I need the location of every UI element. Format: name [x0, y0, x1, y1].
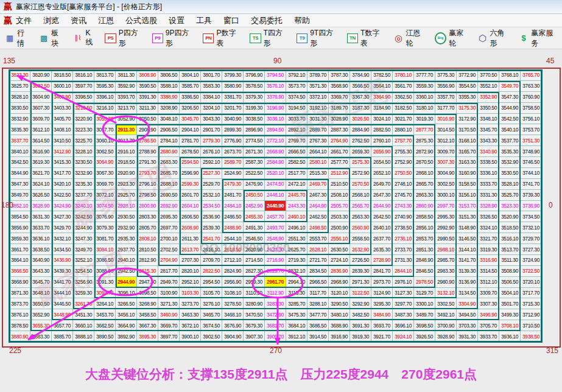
grid-cell: 3924.10 — [393, 331, 414, 342]
grid-cell: 2870.50 — [414, 157, 435, 168]
grid-cell: 3134.50 — [457, 288, 478, 299]
grid-cell: 3600.10 — [52, 81, 73, 92]
grid-cell: 2884.90 — [350, 124, 371, 135]
grid-cell: 3621.70 — [30, 168, 52, 179]
grid-cell: 3523.30 — [499, 201, 521, 212]
grid-cell: 3360.10 — [414, 92, 435, 103]
menu-item-help[interactable]: 帮助 — [294, 15, 310, 26]
grid-cell: 3052.90 — [116, 114, 137, 125]
menu-item-file[interactable]: 文件 — [16, 15, 32, 26]
grid-cell: 3396.10 — [94, 92, 116, 103]
t-table-icon: TN — [347, 33, 358, 43]
toolbar-t-square-button[interactable]: TS T四方形 — [250, 28, 289, 49]
grid-cell: 3458.50 — [137, 309, 158, 320]
grid-cell: 3528.10 — [499, 179, 521, 190]
menu-item-settings[interactable]: 设置 — [169, 15, 184, 26]
menu-item-gann[interactable]: 江恩 — [98, 15, 114, 26]
grid-cell: 2923.30 — [116, 179, 137, 190]
grid-cell: 2721.70 — [307, 255, 329, 266]
grid-cell: 3412.90 — [52, 146, 73, 157]
grid-cell: 2503.30 — [329, 211, 350, 222]
grid-cell: 2716.90 — [265, 255, 286, 266]
grid-cell: 2992.90 — [435, 222, 457, 233]
grid-cell: 3576.10 — [265, 81, 286, 92]
grid-cell: 3108.10 — [222, 288, 244, 299]
grid-cell: 2596.90 — [180, 168, 201, 179]
grid-cell: 3403.30 — [52, 103, 73, 114]
grid-cell: 2740.90 — [393, 211, 414, 222]
grid-cell: 3012.10 — [435, 135, 457, 146]
grid-cell: 2515.30 — [307, 168, 329, 179]
grid-cell: 3926.50 — [414, 331, 435, 342]
grid-cell: 2512.90 — [329, 168, 350, 179]
grid-cell: 3057.70 — [94, 124, 116, 135]
menu-item-browse[interactable]: 浏览 — [43, 15, 59, 26]
grid-cell: 3907.30 — [244, 331, 265, 342]
grid-cell: 3916.90 — [329, 331, 350, 342]
grid-cell: 2856.10 — [414, 222, 435, 233]
grid-cell: 3074.50 — [94, 201, 116, 212]
grid-cell: 3583.30 — [201, 81, 222, 92]
menu-item-trading[interactable]: 交易委托 — [251, 15, 283, 26]
grid-cell: 2798.50 — [137, 190, 158, 201]
grid-cell: 2872.90 — [414, 146, 435, 157]
toolbar-p-table-button[interactable]: PN P数字表 — [203, 28, 242, 49]
grid-cell: 2666.50 — [286, 146, 307, 157]
grid-cell: 3256.90 — [73, 277, 94, 288]
grid-cell: 2724.10 — [329, 255, 350, 266]
toolbar-kline-button[interactable]: ∥⌇ K线 — [73, 29, 97, 47]
toolbar-9t-square-button[interactable]: T9 9T四方形 — [297, 28, 339, 49]
grid-cell: 2865.70 — [414, 179, 435, 190]
grid-cell: 2824.90 — [222, 266, 244, 277]
toolbar-gann-wheel-button[interactable]: ◎ 江恩轮 — [393, 28, 427, 49]
grid-cell: 3072.10 — [94, 190, 116, 201]
menu-item-tools[interactable]: 工具 — [196, 15, 212, 26]
grid-cell: 2647.30 — [371, 190, 393, 201]
grid-cell: 3501.70 — [499, 298, 521, 309]
grid-cell: 3772.90 — [457, 70, 478, 81]
grid-cell: 2661.70 — [329, 146, 350, 157]
window-title: 赢家江恩专业版[赢家服务平台] - [价格正方形] — [16, 2, 162, 12]
toolbar-p-square-button[interactable]: PS P四方形 — [105, 28, 144, 49]
grid-cell: 2791.30 — [137, 157, 158, 168]
grid-cell: 3405.70 — [52, 114, 73, 125]
grid-cell: 3328.90 — [478, 201, 499, 212]
grid-cell: 3931.30 — [457, 331, 478, 342]
grid-cell: 3326.50 — [478, 211, 499, 222]
grid-cell: 3309.70 — [478, 288, 499, 299]
grid-cell: 2784.10 — [158, 135, 180, 146]
grid-cell: 3220.90 — [73, 114, 94, 125]
toolbar-quotes-button[interactable]: ▦ 行情 — [5, 28, 31, 49]
menu-item-formula-stockpick[interactable]: 公式选股 — [125, 15, 157, 26]
grid-cell: 3811.30 — [116, 70, 137, 81]
grid-cell: 3830.50 — [9, 103, 30, 114]
toolbar-t-table-button[interactable]: TN T数字表 — [347, 28, 386, 49]
grid-cell: 3535.30 — [499, 146, 521, 157]
grid-cell: 2947.30 — [137, 277, 158, 288]
grid-cell: 3880.90 — [9, 331, 30, 342]
grid-cell: 2774.50 — [244, 135, 265, 146]
grid-cell: 3835.30 — [9, 124, 30, 135]
title-bar: 赢 赢家江恩专业版[赢家服务平台] - [价格正方形] — [0, 0, 562, 14]
grid-cell: 3355.30 — [457, 92, 478, 103]
grid-cell: 2788.90 — [137, 146, 158, 157]
toolbar-sectors-button[interactable]: ▩ 板块 — [39, 28, 65, 49]
toolbar-9p-square-button[interactable]: P9 9P四方形 — [152, 28, 195, 49]
grid-cell: 2673.70 — [222, 146, 244, 157]
toolbar-hexagon-button[interactable]: ⬡ 六角形 — [477, 28, 511, 49]
grid-cell: 2841.70 — [371, 266, 393, 277]
menu-item-news[interactable]: 资讯 — [71, 15, 86, 26]
grid-cell: 3446.50 — [52, 298, 73, 309]
grid-cell: 3640.90 — [30, 255, 52, 266]
grid-cell: 3460.90 — [158, 309, 180, 320]
grid-cell: 3933.70 — [478, 331, 499, 342]
toolbar-winner-wheel-button[interactable]: Big 赢家轮 — [435, 28, 469, 49]
menu-item-window[interactable]: 窗口 — [223, 15, 239, 26]
grid-cell: 2966.50 — [307, 277, 329, 288]
grid-cell: 3700.90 — [435, 320, 457, 331]
grid-cell: 3436.90 — [52, 255, 73, 266]
toolbar-service-button[interactable]: $ 赢家服务 — [519, 28, 559, 49]
grid-cell: 3787.30 — [329, 70, 350, 81]
grid-cell: 3909.70 — [265, 331, 286, 342]
grid-cell: 3280.90 — [244, 298, 265, 309]
